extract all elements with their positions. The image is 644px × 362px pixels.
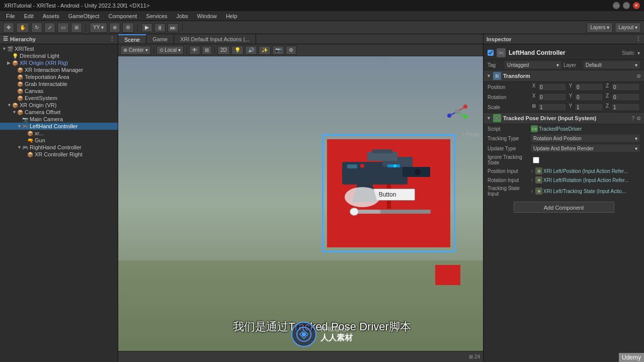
hierarchy-item-grab[interactable]: 📦 Grab Interactable [0, 80, 118, 87]
transform-settings-icon[interactable]: ⚙ [636, 73, 641, 79]
menu-component[interactable]: Component [104, 12, 141, 20]
position-input-field: ↑ ⊕ XRI Left/Position (Input Action Refe… [531, 167, 640, 174]
maximize-button[interactable]: □ [623, 2, 630, 9]
scale-z-field[interactable]: 1 [611, 103, 640, 111]
hierarchy-item-xritest[interactable]: ▼ 🎬 XRITest [0, 45, 118, 52]
scene-fx-btn[interactable]: ✨ [259, 46, 271, 55]
object-active-checkbox[interactable] [488, 50, 494, 56]
hierarchy-item-canvas[interactable]: 📦 Canvas [0, 87, 118, 95]
tag-select[interactable]: Untagged ▾ [505, 61, 561, 69]
scene-gizmo-btn[interactable]: 👁 [189, 46, 200, 55]
snap-button[interactable]: ⚙ [122, 23, 134, 33]
scene-2d-btn[interactable]: 2D [217, 46, 230, 55]
transform-combo-tool[interactable]: ⊞ [71, 23, 82, 33]
tab-game[interactable]: Game [146, 34, 174, 44]
step-button[interactable]: ⏭ [168, 23, 179, 32]
svg-point-9 [393, 164, 396, 167]
transform-rotate-tool[interactable]: ↻ [31, 23, 42, 33]
hierarchy-item-dirlight[interactable]: 💡 Directional Light [0, 52, 118, 59]
scene-overlay-btn[interactable]: ⊞ [202, 46, 212, 55]
menu-edit[interactable]: Edit [20, 12, 38, 20]
tpd-help-icon[interactable]: ? [631, 116, 634, 121]
component-tpd-header[interactable]: ▼ 🎮 Tracked Pose Driver (Input System) ?… [484, 112, 644, 124]
minimize-button[interactable]: — [613, 2, 620, 9]
hierarchy-item-xrinteraction[interactable]: 📦 XR Interaction Manager [0, 66, 118, 73]
local-button[interactable]: ⊕ [109, 23, 120, 33]
rot-x-label: X [531, 93, 537, 101]
transform-position-row: Position X 0 Y 0 Z 0 [484, 82, 644, 92]
update-type-select[interactable]: Update And Before Render ▾ [531, 144, 640, 152]
scene-audio-btn[interactable]: 🔊 [245, 46, 257, 55]
menu-help[interactable]: Help [222, 12, 242, 20]
transform-pan-tool[interactable]: ✋ [16, 23, 29, 33]
menu-gameobject[interactable]: GameObject [64, 12, 104, 20]
hierarchy-item-maincamera[interactable]: 📷 Main Camera [0, 116, 118, 123]
menu-file[interactable]: File [2, 12, 19, 20]
svg-point-15 [463, 115, 467, 119]
scene-light-btn[interactable]: 💡 [231, 46, 244, 55]
tab-scene[interactable]: Scene [118, 34, 146, 44]
pause-button[interactable]: ⏸ [154, 23, 166, 32]
rot-z-field[interactable]: 0 [611, 93, 640, 101]
hierarchy-menu[interactable]: ⋮ [109, 36, 115, 42]
hierarchy-item-xrorigin-rig[interactable]: ▶ 📦 XR Origin (XRI Rig) [0, 59, 118, 66]
svg-rect-6 [347, 164, 357, 168]
scene-bottom-bar: ⊞ 24 [118, 351, 483, 362]
scale-x-field[interactable]: 1 [538, 103, 567, 111]
ignore-tracking-checkbox[interactable] [533, 157, 539, 163]
tpd-tracking-state-input-row: Tracking State Input ↑ ⊕ XRI Left/Tracki… [484, 185, 644, 198]
scene-cam-btn[interactable]: 📷 [272, 46, 284, 55]
hierarchy-item-xrctrl[interactable]: 📦 xr... [0, 130, 118, 137]
pos-z-field[interactable]: 0 [611, 83, 640, 91]
scale-y-field[interactable]: 1 [575, 103, 603, 111]
tracking-state-input-icon: ⊕ [535, 188, 542, 195]
add-component-button[interactable]: Add Component [514, 202, 614, 213]
scene-view-toolbar: ⊕ Center ▾ ⊙ Local ▾ 👁 ⊞ 2D 💡 🔊 ✨ 📷 ⚙ [118, 44, 483, 56]
position-input-label: Position Input [488, 168, 528, 174]
position-xyz: X 0 Y 0 Z 0 [531, 83, 640, 91]
scale-xyz: ⊞ 1 Y 1 Z 1 [531, 103, 640, 111]
hierarchy-item-xrorigin-vr[interactable]: ▼ 📦 XR Origin (VR) [0, 102, 118, 109]
transform-scale-tool[interactable]: ⤢ [44, 23, 55, 33]
component-transform-header[interactable]: ▼ ⊞ Transform ⚙ [484, 70, 644, 82]
tab-xri-input[interactable]: XRI Default Input Actions (... [174, 34, 256, 44]
tpd-ignore-tracking-row: Ignore Tracking State [484, 153, 644, 166]
layer-select[interactable]: Default ▾ [583, 61, 640, 69]
transform-rect-tool[interactable]: ▭ [57, 23, 69, 33]
menu-jobs[interactable]: Jobs [173, 12, 192, 20]
toolbar-sep-2 [137, 24, 138, 32]
hierarchy-item-lefthand[interactable]: ▼ 🎮 LeftHand Controller [0, 123, 118, 130]
layers-button[interactable]: Layers ▾ [587, 23, 613, 33]
scene-viewport[interactable]: Button [118, 56, 483, 351]
hierarchy-item-righthand[interactable]: ▼ 🎮 RightHand Controller [0, 144, 118, 151]
menu-assets[interactable]: Assets [39, 12, 63, 20]
tpd-settings-icon[interactable]: ⚙ [636, 116, 641, 121]
pos-y-field[interactable]: 0 [575, 83, 603, 91]
scene-gizmos-btn[interactable]: ⚙ [286, 46, 296, 55]
inspector-menu[interactable]: ⋮ [635, 36, 641, 42]
pivot-button[interactable]: YY ▾ [90, 23, 107, 33]
menu-window[interactable]: Window [193, 12, 221, 20]
scene-local-btn[interactable]: ⊙ Local ▾ [156, 46, 184, 55]
hierarchy-item-cameraoffset[interactable]: ▼ 📦 Camera Offset [0, 109, 118, 116]
layout-button[interactable]: Layout ▾ [615, 23, 641, 33]
hierarchy-content: ▼ 🎬 XRITest 💡 Directional Light ▶ 📦 XR O… [0, 44, 118, 362]
tracking-type-select[interactable]: Rotation And Position ▾ [531, 134, 640, 142]
hierarchy-item-teleport[interactable]: 📦 Teleportation Area [0, 73, 118, 80]
layer-dropdown-icon: ▾ [635, 62, 637, 68]
pos-x-field[interactable]: 0 [538, 83, 567, 91]
tpd-tracking-type-row: Tracking Type Rotation And Position ▾ [484, 133, 644, 143]
close-button[interactable]: ✕ [633, 2, 640, 9]
play-button[interactable]: ▶ [141, 23, 152, 32]
hierarchy-item-xrctrlright[interactable]: 📦 XR Controller Right [0, 151, 118, 158]
scene-center-btn[interactable]: ⊕ Center ▾ [120, 46, 151, 55]
rotation-input-index: ↑ [531, 177, 533, 183]
rot-y-field[interactable]: 0 [575, 93, 603, 101]
hierarchy-item-gun[interactable]: 🔫 Gun [0, 137, 118, 144]
hierarchy-panel: ☰ Hierarchy ⋮ ▼ 🎬 XRITest 💡 Directional … [0, 34, 118, 362]
transform-move-tool[interactable]: ✥ [3, 23, 14, 33]
rot-x-field[interactable]: 0 [538, 93, 567, 101]
script-icon: C# [531, 125, 538, 132]
menu-services[interactable]: Services [142, 12, 171, 20]
hierarchy-item-eventsystem[interactable]: 📦 EventSystem [0, 95, 118, 102]
